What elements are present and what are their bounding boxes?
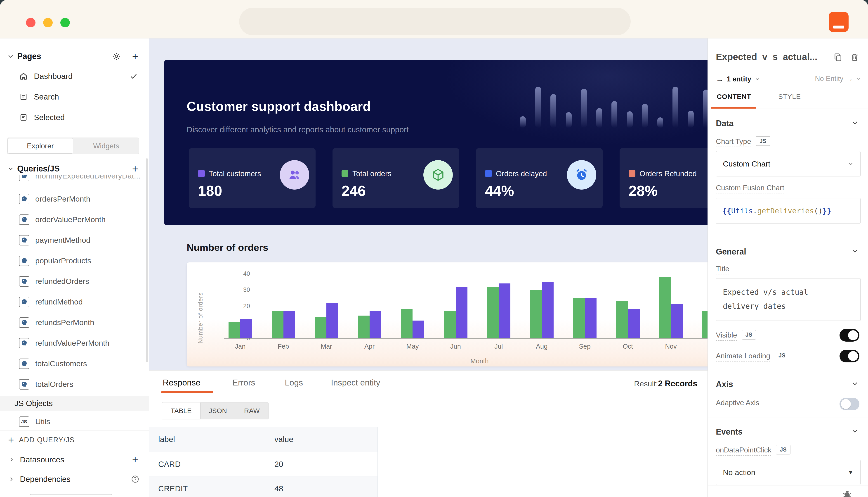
query-item[interactable]: totalCustomers xyxy=(0,353,149,374)
view-table-button[interactable]: TABLE xyxy=(162,402,201,420)
bar-actual-Jun[interactable] xyxy=(456,287,468,338)
table-row[interactable]: CARD20 xyxy=(149,452,378,477)
address-bar[interactable] xyxy=(239,8,631,35)
tab-style[interactable]: STYLE xyxy=(778,93,801,100)
bar-actual-May[interactable] xyxy=(413,321,424,338)
chevron-down-icon[interactable] xyxy=(851,380,859,388)
bar-actual-Apr[interactable] xyxy=(370,311,381,338)
query-item[interactable]: totalOrders xyxy=(0,374,149,395)
bar-actual-Feb[interactable] xyxy=(283,311,295,338)
bar-expected-Nov[interactable] xyxy=(659,277,671,338)
bar-expected-May[interactable] xyxy=(401,309,413,338)
query-item[interactable]: refundsPerMonth xyxy=(0,312,149,333)
custom-fusion-chart-input[interactable]: {{Utils.getDeliveries()}} xyxy=(716,198,860,224)
sidebar-item-dashboard[interactable]: Dashboard xyxy=(0,69,149,84)
minimize-window-button[interactable] xyxy=(43,18,53,27)
tab-explorer[interactable]: Explorer xyxy=(8,138,73,154)
bar-actual-Nov[interactable] xyxy=(671,304,683,338)
stat-card[interactable]: Orders delayed44% xyxy=(476,148,603,208)
bar-expected-Oct[interactable] xyxy=(616,301,628,338)
chart-type-select[interactable]: Custom Chart xyxy=(716,151,860,176)
js-toggle-button[interactable]: JS xyxy=(776,445,791,454)
section-axis[interactable]: Axis xyxy=(716,380,733,389)
bar-actual-Oct[interactable] xyxy=(628,309,640,338)
title-label[interactable]: Title xyxy=(716,265,729,274)
view-raw-button[interactable]: RAW xyxy=(236,402,268,419)
add-query-js-button[interactable]: + ADD QUERY/JS xyxy=(8,433,75,447)
sidebar-scrollbar[interactable] xyxy=(146,158,148,362)
query-item[interactable]: ordersPerMonth xyxy=(0,189,149,209)
query-item[interactable]: paymentMethod xyxy=(0,230,149,251)
animate-loading-toggle[interactable] xyxy=(839,350,859,363)
maximize-window-button[interactable] xyxy=(60,18,70,27)
js-objects-header[interactable]: JS Objects xyxy=(0,396,149,411)
debug-bug-icon[interactable] xyxy=(841,488,853,497)
table-row[interactable]: CREDIT48 xyxy=(149,477,378,497)
query-item[interactable]: orderValuePerMonth xyxy=(0,209,149,230)
animate-loading-label[interactable]: Animate Loading xyxy=(716,352,770,361)
query-item-clipped[interactable]: monthlyExpectedDeliveryDat... xyxy=(0,175,149,185)
queries-section-header[interactable]: Queries/JS + xyxy=(0,162,149,176)
close-window-button[interactable] xyxy=(26,18,35,27)
visible-toggle[interactable] xyxy=(839,329,859,342)
incoming-entities[interactable]: → 1 entity xyxy=(716,75,761,84)
tab-widgets[interactable]: Widgets xyxy=(74,138,139,154)
bar-actual-Aug[interactable] xyxy=(542,282,554,338)
tab-errors[interactable]: Errors xyxy=(232,378,255,387)
query-item[interactable]: refundValuePerMonth xyxy=(0,333,149,353)
help-icon[interactable] xyxy=(131,474,140,484)
bar-expected-Jul[interactable] xyxy=(487,287,499,338)
stat-card[interactable]: Total customers180 xyxy=(189,148,315,208)
outgoing-entities[interactable]: No Entity → xyxy=(815,75,861,83)
section-events[interactable]: Events xyxy=(716,427,742,437)
section-general[interactable]: General xyxy=(716,247,746,257)
bar-expected-Jun[interactable] xyxy=(444,311,456,338)
js-toggle-button[interactable]: JS xyxy=(775,351,789,360)
chart-type-label[interactable]: Chart Type xyxy=(716,137,751,147)
widget-name[interactable]: Expected_v_s_actual... xyxy=(716,52,818,62)
tab-logs[interactable]: Logs xyxy=(285,378,303,387)
visible-label[interactable]: Visible xyxy=(716,331,737,341)
js-toggle-button[interactable]: JS xyxy=(756,136,770,146)
adaptive-axis-label[interactable]: Adaptive Axis xyxy=(716,399,759,408)
tab-response[interactable]: Response xyxy=(163,378,201,387)
sidebar-item-dependencies[interactable]: Dependencies xyxy=(0,472,149,486)
title-input[interactable]: Expected v/s actual delivery dates xyxy=(716,278,860,321)
js-toggle-button[interactable]: JS xyxy=(742,330,756,340)
action-select[interactable]: No action ▼ xyxy=(716,460,860,485)
bar-expected-Mar[interactable] xyxy=(315,317,326,338)
add-page-button[interactable]: + xyxy=(131,52,140,61)
gear-icon[interactable] xyxy=(112,52,121,61)
view-json-button[interactable]: JSON xyxy=(200,402,236,419)
bar-actual-Sep[interactable] xyxy=(585,298,597,338)
sidebar-item-search[interactable]: Search xyxy=(0,89,149,104)
add-query-button[interactable]: + xyxy=(131,164,140,173)
custom-fusion-chart-label[interactable]: Custom Fusion Chart xyxy=(716,184,784,194)
bar-actual-Jan[interactable] xyxy=(240,319,252,338)
adaptive-axis-toggle[interactable] xyxy=(839,398,859,410)
add-datasource-button[interactable]: + xyxy=(131,455,140,464)
query-item[interactable]: refundedOrders xyxy=(0,271,149,292)
bar-expected-Apr[interactable] xyxy=(358,315,370,338)
bar-expected-Jan[interactable] xyxy=(229,322,240,338)
tab-content[interactable]: CONTENT xyxy=(717,93,751,100)
chevron-down-icon[interactable] xyxy=(851,247,859,255)
on-data-point-click-label[interactable]: onDataPointClick xyxy=(716,446,771,456)
chevron-down-icon[interactable] xyxy=(851,427,859,435)
query-item[interactable]: refundMethod xyxy=(0,292,149,312)
query-item[interactable]: popularProducts xyxy=(0,251,149,271)
sidebar-item-datasources[interactable]: Datasources + xyxy=(0,452,149,467)
sidebar-item-selected[interactable]: Selected xyxy=(0,110,149,125)
tab-inspect-entity[interactable]: Inspect entity xyxy=(331,378,380,387)
trash-icon[interactable] xyxy=(850,53,859,62)
app-logo-icon[interactable] xyxy=(829,12,849,32)
stat-card[interactable]: Total orders246 xyxy=(333,148,459,208)
bar-expected-Feb[interactable] xyxy=(272,311,283,338)
bar-expected-Sep[interactable] xyxy=(573,298,585,338)
orders-bar-chart[interactable]: Number of orders 403020100JanFebMarAprMa… xyxy=(187,262,765,367)
js-object-item[interactable]: JSUtils xyxy=(0,411,149,432)
section-data[interactable]: Data xyxy=(716,119,734,128)
bar-expected-Aug[interactable] xyxy=(530,290,542,338)
chevron-down-icon[interactable] xyxy=(851,119,859,127)
connect-git-button[interactable]: CONNECT GIT (BETA) xyxy=(30,494,112,497)
